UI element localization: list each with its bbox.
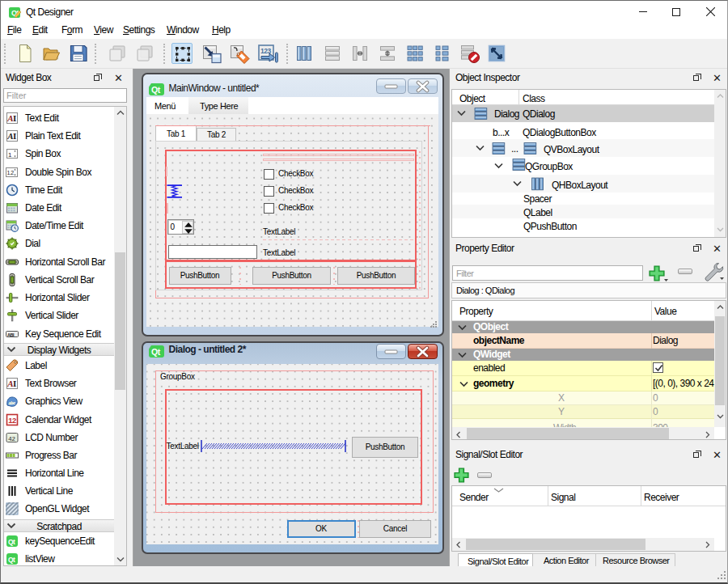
svg-text:1.2: 1.2 [7, 170, 15, 176]
svg-text:Qt: Qt [8, 556, 15, 564]
svg-text:AI: AI [6, 113, 16, 123]
svg-text:AI: AI [6, 379, 16, 388]
svg-text:42: 42 [8, 435, 15, 442]
svg-text:Qt: Qt [151, 346, 161, 356]
svg-text:Qt: Qt [151, 85, 161, 95]
svg-text:AI: AI [6, 131, 16, 141]
svg-text:abc: abc [9, 400, 15, 405]
svg-text:Qt: Qt [8, 538, 15, 546]
svg-text:ABI: ABI [7, 332, 15, 337]
svg-text:12: 12 [8, 416, 16, 425]
